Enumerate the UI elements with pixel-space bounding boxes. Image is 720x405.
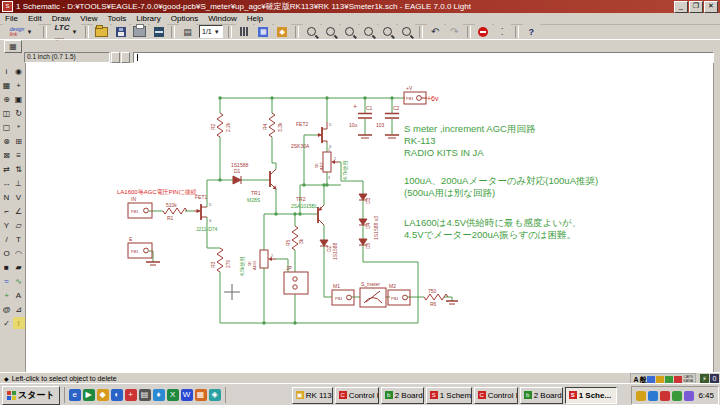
viewer-icon[interactable]: ◈: [209, 389, 221, 401]
dimension-tool[interactable]: ⊿: [13, 303, 25, 315]
mail-icon[interactable]: ◆: [97, 389, 109, 401]
change-tool[interactable]: *: [13, 121, 25, 133]
menu-library[interactable]: Library: [131, 14, 165, 23]
menu-window[interactable]: Window: [203, 14, 241, 23]
zoom-in-button[interactable]: [322, 24, 339, 39]
browser-icon[interactable]: ◐: [111, 389, 123, 401]
cam-button[interactable]: [150, 24, 167, 39]
bus-tool[interactable]: ≈: [1, 275, 13, 287]
stop-button[interactable]: [475, 24, 492, 39]
title-bar[interactable]: S 1 Schematic - D:¥TOOLS¥EAGLE-7.0.0¥goo…: [0, 0, 720, 13]
ime-input-mode[interactable]: A: [633, 376, 638, 383]
help-button[interactable]: ?: [523, 24, 540, 39]
taskbar-button-control-p-[interactable]: CControl P...: [474, 387, 518, 404]
player-icon[interactable]: ▶: [83, 389, 95, 401]
vertical-scrollbar[interactable]: [713, 63, 720, 372]
tool-icon[interactable]: ♦: [153, 389, 165, 401]
taskbar-button-control-p-[interactable]: CControl P...: [335, 387, 379, 404]
menu-edit[interactable]: Edit: [23, 14, 47, 23]
text-tool[interactable]: T: [13, 233, 25, 245]
copy-tool[interactable]: ▣: [13, 93, 25, 105]
zoom-fit-button[interactable]: [303, 24, 320, 39]
rotate-tool[interactable]: ↻: [13, 107, 25, 119]
board-switch-button[interactable]: ▦: [255, 24, 272, 39]
menu-view[interactable]: View: [75, 14, 102, 23]
erc-tool[interactable]: ✓: [1, 317, 13, 329]
lock-tool[interactable]: ⊥: [13, 177, 25, 189]
mark-tool[interactable]: +: [13, 79, 25, 91]
zoom-redraw-button[interactable]: [360, 24, 377, 39]
value-tool[interactable]: V: [13, 191, 25, 203]
minimize-button[interactable]: _: [674, 1, 688, 13]
name-tool[interactable]: N: [1, 191, 13, 203]
taskbar-button-rk-113[interactable]: ▣RK 113: [292, 387, 333, 404]
zoom-select-button[interactable]: [379, 24, 396, 39]
restore-button[interactable]: ❐: [689, 1, 703, 13]
save-button[interactable]: [112, 24, 129, 39]
media-icon[interactable]: +: [125, 389, 137, 401]
excel-icon[interactable]: X: [167, 389, 179, 401]
info-tool[interactable]: i: [1, 65, 13, 77]
command-input[interactable]: [133, 52, 714, 63]
taskbar-button-2-board-[interactable]: b2 Board -...: [381, 387, 424, 404]
zoom-last-button[interactable]: [398, 24, 415, 39]
cut-tool[interactable]: ⊗: [1, 135, 13, 147]
taskbar-button-2-board-[interactable]: b2 Board -...: [520, 387, 563, 404]
errors-tool[interactable]: !: [13, 317, 25, 329]
label-tool[interactable]: A: [13, 289, 25, 301]
start-button[interactable]: スタート: [2, 386, 60, 405]
use-button[interactable]: ▤: [179, 24, 196, 39]
menu-tools[interactable]: Tools: [103, 14, 132, 23]
split-tool[interactable]: Y: [1, 219, 13, 231]
tray-extra-icon[interactable]: 0: [710, 374, 719, 383]
redo-button[interactable]: ↷: [446, 24, 463, 39]
sheet-selector[interactable]: 1/1▼: [199, 25, 223, 38]
net-tool[interactable]: ∿: [13, 275, 25, 287]
paste-tool[interactable]: ⊞: [13, 135, 25, 147]
replace-tool[interactable]: ↔: [1, 177, 13, 189]
pinswap-tool[interactable]: ⇄: [1, 163, 13, 175]
print-button[interactable]: [131, 24, 148, 39]
tray-icon-4[interactable]: [684, 391, 694, 401]
taskbar-button-1-schema-[interactable]: S1 Schema...: [426, 387, 472, 404]
tray-icon-0[interactable]: [636, 391, 646, 401]
desktop-icon[interactable]: ▤: [139, 389, 151, 401]
word-icon[interactable]: W: [181, 389, 193, 401]
rect-tool[interactable]: ■: [1, 261, 13, 273]
open-button[interactable]: [93, 24, 110, 39]
schematic-switch-button[interactable]: ◆: [274, 24, 291, 39]
show-tool[interactable]: ◉: [13, 65, 25, 77]
close-button[interactable]: ✕: [704, 1, 718, 13]
mirror-tool[interactable]: ◫: [1, 107, 13, 119]
tray-icon-2[interactable]: [660, 391, 670, 401]
gateswap-tool[interactable]: ⇅: [13, 163, 25, 175]
ie-icon[interactable]: e: [69, 389, 81, 401]
group-tool[interactable]: ▢: [1, 121, 13, 133]
menu-file[interactable]: File: [0, 14, 23, 23]
add-tool[interactable]: ≡: [13, 149, 25, 161]
go-button[interactable]: ⁚: [494, 24, 511, 39]
attribute-tool[interactable]: @: [1, 303, 13, 315]
coord-mini-button2[interactable]: [121, 52, 130, 63]
ltspice-dropdown[interactable]: LTC spice ▼: [51, 24, 81, 39]
polygon-tool[interactable]: ▰: [13, 261, 25, 273]
smash-tool[interactable]: ⌐: [1, 205, 13, 217]
wire-tool[interactable]: /: [1, 233, 13, 245]
display-tool[interactable]: ▦: [1, 79, 13, 91]
miter-tool[interactable]: ∠: [13, 205, 25, 217]
circle-tool[interactable]: O: [1, 247, 13, 259]
schematic-canvas[interactable]: S meter ,increment AGC用回路RK-113RADIO KIT…: [26, 63, 713, 372]
tray-icon-1[interactable]: [648, 391, 658, 401]
tray-icon-3[interactable]: [672, 391, 682, 401]
move-tool[interactable]: ⊕: [1, 93, 13, 105]
arc-tool[interactable]: ◠: [13, 247, 25, 259]
menu-options[interactable]: Options: [166, 14, 204, 23]
taskbar-button-1-sche-[interactable]: S1 Sche...: [565, 387, 617, 404]
designlink-dropdown[interactable]: design link ▼: [3, 24, 39, 39]
junction-tool[interactable]: +: [1, 289, 13, 301]
delete-tool[interactable]: ⊠: [1, 149, 13, 161]
undo-button[interactable]: ↶: [427, 24, 444, 39]
power-icon[interactable]: ⚡: [700, 374, 709, 383]
menu-help[interactable]: Help: [242, 14, 268, 23]
zoom-out-button[interactable]: [341, 24, 358, 39]
